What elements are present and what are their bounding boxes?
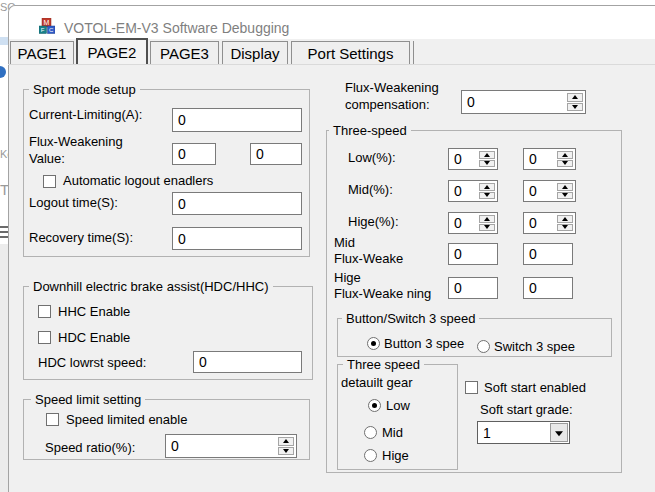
- app-icon-letter-m: M: [44, 19, 50, 26]
- mid-flux-label-line2: Flux-Weake: [334, 251, 403, 266]
- tab-port-settings[interactable]: Port Settings: [291, 41, 410, 64]
- background-blue-icon: [0, 66, 6, 78]
- mid-flux-input-2[interactable]: 0: [523, 243, 573, 265]
- window-title: VOTOL-EM-V3 Software Debugging: [64, 20, 289, 36]
- tab-display[interactable]: Display: [222, 41, 288, 64]
- gear-mid-label: Mid: [382, 425, 403, 440]
- tab-strip-divider: [413, 41, 414, 64]
- flux-weakening-value-input-1[interactable]: 0: [172, 143, 216, 165]
- button-switch-group-title: Button/Switch 3 speed: [342, 311, 479, 326]
- spinner-buttons: [278, 437, 294, 455]
- dropdown-arrow-icon[interactable]: [550, 423, 568, 442]
- soft-start-grade-select[interactable]: 1: [477, 421, 570, 444]
- low-percent-spinbox-2[interactable]: 0: [523, 148, 576, 170]
- speed-ratio-label: Speed ratio(%):: [45, 440, 135, 455]
- spin-up-icon[interactable]: [278, 437, 294, 446]
- spinner-buttons: [567, 93, 583, 111]
- spinner-buttons: [479, 215, 495, 231]
- low-percent-spinbox-1[interactable]: 0: [448, 148, 498, 170]
- speed-limited-enable-label: Speed limited enable: [66, 412, 187, 427]
- hdc-group-title: Downhill electric brake assist(HDC/HHC): [29, 279, 273, 294]
- spin-up-icon[interactable]: [557, 151, 573, 159]
- mid-percent-spinbox-2[interactable]: 0: [523, 180, 576, 202]
- spin-down-icon[interactable]: [479, 192, 495, 200]
- recovery-time-label: Recovery time(S):: [29, 230, 133, 245]
- auto-logout-checkbox[interactable]: [43, 175, 56, 188]
- speed-limit-group-title: Speed limit setting: [31, 392, 145, 407]
- recovery-time-input[interactable]: 0: [172, 227, 302, 250]
- spin-down-icon[interactable]: [557, 224, 573, 232]
- spin-up-icon[interactable]: [479, 151, 495, 159]
- tab-page3[interactable]: PAGE3: [150, 41, 219, 64]
- mid-flux-value-2: 0: [529, 246, 537, 262]
- button-3-speed-radio[interactable]: [367, 337, 380, 350]
- hige-flux-input-2[interactable]: 0: [523, 277, 573, 299]
- low-percent-label: Low(%):: [348, 150, 396, 165]
- switch-3-speed-label: Switch 3 spee: [494, 339, 575, 354]
- logout-time-input[interactable]: 0: [172, 192, 302, 215]
- speed-limited-enable-checkbox[interactable]: [46, 413, 59, 426]
- mid-percent-spinbox-1[interactable]: 0: [448, 180, 498, 202]
- speed-ratio-spinbox[interactable]: 0: [165, 434, 297, 458]
- flux-compensation-value: 0: [467, 94, 475, 110]
- spin-up-icon[interactable]: [557, 183, 573, 191]
- soft-start-grade-value: 1: [483, 425, 491, 441]
- spin-down-icon[interactable]: [479, 160, 495, 168]
- spinner-buttons: [557, 215, 573, 231]
- spin-down-icon[interactable]: [479, 224, 495, 232]
- low-percent-value-2: 0: [529, 151, 537, 167]
- soft-start-enabled-checkbox[interactable]: [465, 381, 478, 394]
- low-percent-value-1: 0: [454, 151, 462, 167]
- spin-up-icon[interactable]: [479, 183, 495, 191]
- hdc-lowest-speed-value: 0: [199, 354, 207, 370]
- mid-percent-label: Mid(%):: [348, 182, 393, 197]
- gear-low-radio[interactable]: [368, 399, 381, 412]
- switch-3-speed-radio[interactable]: [477, 340, 490, 353]
- flux-compensation-spinbox[interactable]: 0: [461, 90, 586, 114]
- hdc-enable-checkbox[interactable]: [38, 331, 51, 344]
- current-limiting-input[interactable]: 0: [172, 108, 302, 132]
- gear-hige-radio[interactable]: [364, 449, 377, 462]
- app-icon: M F C: [39, 18, 55, 34]
- hige-flux-input-1[interactable]: 0: [448, 277, 498, 299]
- hhc-enable-label: HHC Enable: [58, 304, 130, 319]
- spin-down-icon[interactable]: [278, 447, 294, 456]
- flux-compensation-label-line2: compensation:: [345, 97, 430, 112]
- mid-flux-label-line1: Mid: [334, 235, 355, 250]
- hige-percent-label: Hige(%):: [348, 214, 399, 229]
- flux-weakening-value-input-2[interactable]: 0: [250, 143, 302, 165]
- tab-strip-underline: [8, 64, 655, 65]
- spinner-buttons: [479, 151, 495, 167]
- mid-percent-value-2: 0: [529, 183, 537, 199]
- spin-down-icon[interactable]: [567, 103, 583, 112]
- current-limiting-value: 0: [178, 112, 186, 128]
- hige-percent-spinbox-2[interactable]: 0: [523, 212, 576, 234]
- mid-flux-input-1[interactable]: 0: [448, 243, 498, 265]
- logout-time-value: 0: [178, 196, 186, 212]
- spin-down-icon[interactable]: [557, 160, 573, 168]
- hige-flux-value-1: 0: [454, 280, 462, 296]
- flux-compensation-label-line1: Flux-Weakening: [345, 80, 439, 95]
- tab-page1[interactable]: PAGE1: [10, 41, 74, 64]
- spin-down-icon[interactable]: [557, 192, 573, 200]
- hige-percent-value-1: 0: [454, 215, 462, 231]
- default-gear-group-title-line2: detauilt gear: [341, 375, 413, 390]
- three-speed-group-title: Three-speed: [329, 123, 411, 138]
- screenshot-root: SC Ke T M F C VOTOL-EM-V3 Software Debug…: [0, 0, 655, 492]
- title-bar[interactable]: M F C VOTOL-EM-V3 Software Debugging: [9, 6, 655, 39]
- current-limiting-label: Current-Limiting(A):: [29, 107, 142, 122]
- hige-flux-label-line2: Flux-Weake ning: [334, 286, 431, 301]
- hdc-enable-label: HDC Enable: [58, 330, 130, 345]
- spin-up-icon[interactable]: [567, 93, 583, 102]
- soft-start-grade-label: Soft start grade:: [480, 402, 573, 417]
- gear-mid-radio[interactable]: [364, 426, 377, 439]
- tab-page2[interactable]: PAGE2: [76, 38, 148, 64]
- hhc-enable-checkbox[interactable]: [38, 305, 51, 318]
- sport-mode-group-title: Sport mode setup: [29, 82, 140, 97]
- spin-up-icon[interactable]: [479, 215, 495, 223]
- soft-start-enabled-label: Soft start enabled: [484, 380, 586, 395]
- logout-time-label: Logout time(S):: [29, 195, 118, 210]
- spin-up-icon[interactable]: [557, 215, 573, 223]
- hdc-lowest-speed-input[interactable]: 0: [193, 351, 302, 373]
- hige-percent-spinbox-1[interactable]: 0: [448, 212, 498, 234]
